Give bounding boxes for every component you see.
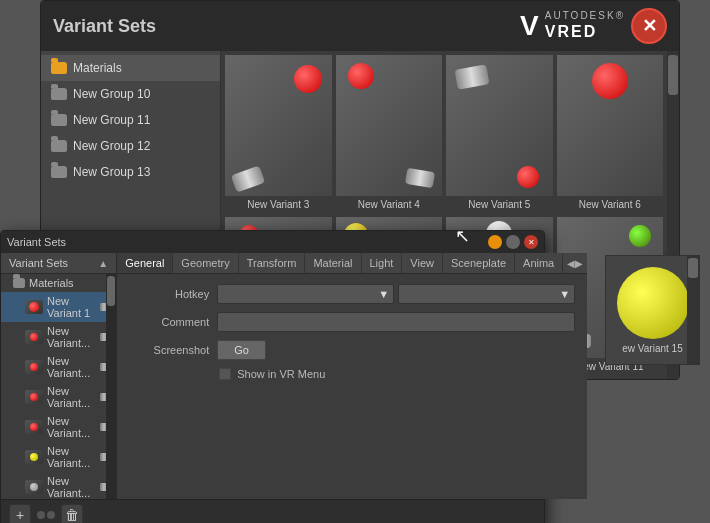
- hotkey-select-1[interactable]: ▼: [217, 284, 394, 304]
- tree-thumb-7: [25, 480, 43, 494]
- show-vr-label: Show in VR Menu: [237, 368, 325, 380]
- variant15-sphere: [617, 267, 689, 339]
- tab-view[interactable]: View: [402, 253, 443, 273]
- v15-scroll-thumb: [688, 258, 698, 278]
- tree-scroll-thumb: [107, 276, 115, 306]
- tab-geometry[interactable]: Geometry: [173, 253, 238, 273]
- tab-anima[interactable]: Anima: [515, 253, 563, 273]
- thumb-variant5[interactable]: New Variant 5: [446, 55, 553, 213]
- sidebar-item-group13[interactable]: New Group 13: [41, 159, 220, 185]
- tab-transform[interactable]: Transform: [239, 253, 306, 273]
- comment-label: Comment: [129, 316, 209, 328]
- front-footer: + 🗑: [1, 499, 544, 523]
- tree-label-v3: New Variant...: [47, 355, 94, 379]
- sidebar-label-group13: New Group 13: [73, 165, 150, 179]
- maximize-button[interactable]: [506, 235, 520, 249]
- close-front-button[interactable]: ✕: [524, 235, 538, 249]
- red-sphere: [294, 65, 322, 93]
- front-titlebar-buttons: ✕: [488, 235, 538, 249]
- thumb-label-3: New Variant 3: [225, 196, 332, 213]
- hotkey-dropdown-icon-2: ▼: [559, 288, 570, 300]
- go-button[interactable]: Go: [217, 340, 266, 360]
- green-sphere: [629, 225, 651, 247]
- mini-sphere-gray: [30, 483, 38, 491]
- tree-scrollbar[interactable]: [106, 274, 116, 499]
- folder-gray-icon: [51, 88, 67, 100]
- vred-label: VRED: [545, 22, 625, 41]
- tab-sceneplate[interactable]: Sceneplate: [443, 253, 515, 273]
- variant15-scrollbar[interactable]: [687, 256, 699, 364]
- tab-material[interactable]: Material: [305, 253, 361, 273]
- thumb-variant4[interactable]: New Variant 4: [336, 55, 443, 213]
- props-panel: General Geometry Transform Material Ligh…: [117, 253, 587, 499]
- tree-item-variant-7[interactable]: New Variant...: [1, 472, 116, 499]
- tree-label-v2: New Variant...: [47, 325, 94, 349]
- tree-thumb-5: [25, 420, 43, 434]
- tree-thumb-3: [25, 360, 43, 374]
- cylinder-2: [405, 168, 435, 189]
- autodesk-label: AUTODESK®: [545, 10, 625, 22]
- folder-gray-icon-4: [51, 166, 67, 178]
- vred-v: V: [520, 10, 539, 42]
- hotkey-dropdown-icon-1: ▼: [378, 288, 389, 300]
- footer-dots: [37, 511, 55, 519]
- sidebar-item-group11[interactable]: New Group 11: [41, 107, 220, 133]
- tree-item-variant1[interactable]: New Variant 1: [1, 292, 116, 322]
- scroll-thumb: [668, 55, 678, 95]
- sidebar-label-materials: Materials: [73, 61, 122, 75]
- tree-scroll: Materials New Variant 1 New Variant...: [1, 274, 116, 499]
- red-sphere-2: [348, 63, 374, 89]
- thumb-img-4: [336, 55, 443, 196]
- add-button[interactable]: +: [9, 504, 31, 524]
- tree-header-label: Variant Sets: [9, 257, 68, 269]
- tree-thumb-4: [25, 390, 43, 404]
- delete-button[interactable]: 🗑: [61, 504, 83, 524]
- mini-sphere-5: [30, 423, 38, 431]
- red-sphere-3: [517, 166, 539, 188]
- minimize-button[interactable]: [488, 235, 502, 249]
- sidebar-item-group12[interactable]: New Group 12: [41, 133, 220, 159]
- tabs-more-button[interactable]: ◀▶: [563, 253, 587, 273]
- sidebar-item-group10[interactable]: New Group 10: [41, 81, 220, 107]
- thumb-label-5: New Variant 5: [446, 196, 553, 213]
- tree-label-v7: New Variant...: [47, 475, 94, 499]
- vred-logo: V AUTODESK® VRED ✕: [520, 8, 667, 44]
- comment-row: Comment: [129, 312, 575, 332]
- folder-gray-icon-3: [51, 140, 67, 152]
- thumb-variant3[interactable]: New Variant 3: [225, 55, 332, 213]
- hotkey-label: Hotkey: [129, 288, 209, 300]
- tree-label-variant1: New Variant 1: [47, 295, 94, 319]
- hotkey-select-2[interactable]: ▼: [398, 284, 575, 304]
- show-vr-checkbox[interactable]: [219, 368, 231, 380]
- tree-item-materials[interactable]: Materials: [1, 274, 116, 292]
- tree-panel: Variant Sets ▲ Materials New Variant 1: [1, 253, 117, 499]
- sidebar-label-group11: New Group 11: [73, 113, 150, 127]
- cylinder-3: [455, 64, 490, 89]
- front-window: Variant Sets ✕ Variant Sets ▲ Materials: [0, 230, 545, 523]
- hotkey-selects: ▼ ▼: [217, 284, 575, 304]
- close-button[interactable]: ✕: [631, 8, 667, 44]
- back-titlebar: Variant Sets V AUTODESK® VRED ✕: [41, 1, 679, 51]
- tree-thumb-6: [25, 450, 43, 464]
- tree-item-variant-2[interactable]: New Variant...: [1, 322, 116, 352]
- tree-item-variant-6[interactable]: New Variant...: [1, 442, 116, 472]
- tree-item-variant-4[interactable]: New Variant...: [1, 382, 116, 412]
- tab-general[interactable]: General: [117, 253, 173, 273]
- screenshot-row: Screenshot Go: [129, 340, 575, 360]
- comment-input[interactable]: [217, 312, 575, 332]
- thumb-variant6[interactable]: New Variant 6: [557, 55, 664, 213]
- tree-item-variant-5[interactable]: New Variant...: [1, 412, 116, 442]
- tab-light[interactable]: Light: [362, 253, 403, 273]
- mini-sphere-2: [30, 333, 38, 341]
- dot-1: [37, 511, 45, 519]
- folder-gray-icon-2: [51, 114, 67, 126]
- tree-header: Variant Sets ▲: [1, 253, 116, 274]
- form-area: Hotkey ▼ ▼ Comment: [117, 274, 587, 499]
- mini-sphere-yellow: [30, 453, 38, 461]
- tree-folder-icon: [13, 278, 25, 288]
- vr-menu-row: Show in VR Menu: [129, 368, 575, 380]
- tree-item-variant-3[interactable]: New Variant...: [1, 352, 116, 382]
- front-window-title: Variant Sets: [7, 236, 66, 248]
- sidebar-item-materials[interactable]: Materials: [41, 55, 220, 81]
- front-body: Variant Sets ▲ Materials New Variant 1: [1, 253, 544, 499]
